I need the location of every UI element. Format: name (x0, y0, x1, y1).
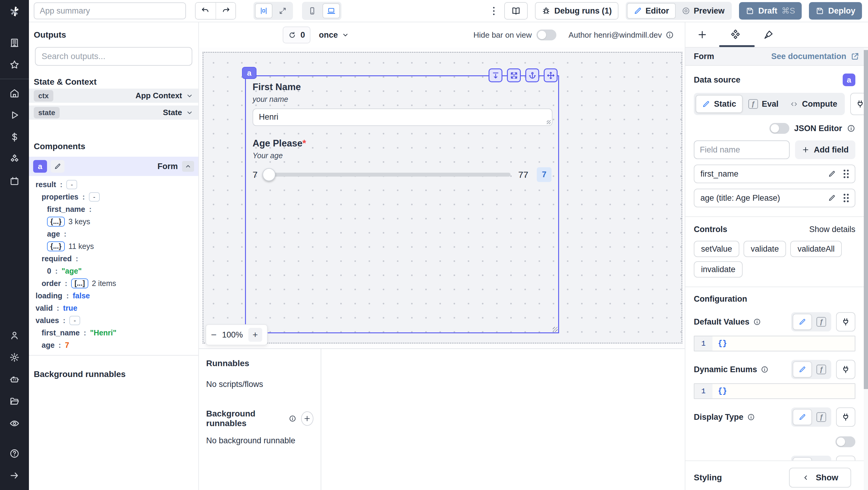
windmill-logo-icon[interactable] (0, 0, 29, 22)
runs-play-icon[interactable] (8, 109, 21, 121)
expand-object-pill[interactable]: {...} (47, 241, 65, 251)
anchor-button[interactable] (525, 68, 539, 82)
connect-plug-button[interactable] (836, 407, 855, 427)
canvas-grid[interactable]: a First Name your name Henri (203, 52, 682, 343)
component-output-tree: result: - properties: - first_name: {...… (29, 176, 198, 356)
schedules-calendar-icon[interactable] (8, 175, 21, 187)
expand-down-button[interactable] (489, 68, 502, 82)
config-dynamic-enums: Dynamic Enums ƒ 1 {} (694, 360, 855, 399)
collapse-component-button[interactable] (182, 161, 194, 172)
state-row[interactable]: state State (29, 105, 198, 121)
dynamic-enums-code-editor[interactable]: 1 {} (694, 383, 855, 399)
desktop-view-button[interactable] (322, 3, 340, 19)
zoom-in-button[interactable]: + (248, 328, 262, 342)
collapse-node-button[interactable]: - (89, 192, 100, 202)
ctx-row[interactable]: ctx App Context (29, 89, 198, 104)
control-validate[interactable]: validate (744, 241, 786, 257)
edit-field-pencil-icon[interactable] (828, 170, 836, 178)
styling-show-button[interactable]: Show (789, 468, 851, 488)
styling-brush-tab[interactable] (762, 28, 775, 41)
static-pencil-button[interactable] (793, 361, 812, 377)
control-validateall[interactable]: validateAll (790, 241, 842, 257)
component-settings-tab[interactable] (729, 28, 742, 41)
refresh-mode-dropdown[interactable]: once (319, 30, 349, 40)
components-diamonds-icon (730, 30, 741, 40)
app-summary-input[interactable] (34, 2, 186, 19)
mobile-view-button[interactable] (304, 3, 321, 19)
zoom-out-button[interactable]: − (211, 329, 217, 340)
help-icon[interactable] (8, 448, 21, 460)
edit-field-pencil-icon[interactable] (828, 194, 836, 202)
json-editor-toggle[interactable] (770, 123, 789, 134)
collapse-arrow-right-icon[interactable] (8, 469, 21, 482)
center-layout-button[interactable] (255, 3, 273, 19)
settings-gear-icon[interactable] (8, 351, 21, 363)
mode-compute[interactable]: Compute (784, 95, 843, 113)
eval-function-button[interactable]: ƒ (813, 409, 830, 425)
slider-thumb[interactable] (262, 168, 276, 181)
folders-icon[interactable] (8, 395, 21, 407)
show-details-link[interactable]: Show details (809, 225, 855, 234)
mode-static[interactable]: Static (695, 95, 743, 113)
canvas-topbar: 0 once Hide bar on view Author henri@win… (199, 22, 685, 48)
add-field-button[interactable]: Add field (795, 141, 855, 159)
insert-component-tab[interactable] (695, 28, 709, 41)
home-icon[interactable] (8, 87, 21, 99)
more-menu-icon[interactable] (491, 7, 497, 15)
control-invalidate[interactable]: invalidate (694, 261, 743, 278)
static-pencil-button[interactable] (793, 314, 812, 330)
field-row-first-name[interactable]: first_name (694, 164, 855, 183)
selected-form-component[interactable]: a First Name your name Henri (245, 75, 559, 333)
drag-handle-icon[interactable] (844, 170, 849, 178)
connect-plug-button[interactable] (836, 360, 855, 379)
variables-dollar-icon[interactable] (8, 131, 21, 143)
user-icon[interactable] (8, 329, 21, 341)
deploy-button[interactable]: Deploy (809, 2, 862, 20)
refresh-icon (288, 31, 296, 39)
fullscreen-layout-button[interactable] (274, 3, 291, 19)
plug-icon (856, 99, 865, 109)
hide-bar-toggle[interactable] (536, 30, 556, 40)
collapse-node-button[interactable]: - (66, 180, 77, 189)
refresh-count-button[interactable]: 0 (283, 27, 310, 43)
workers-robot-icon[interactable] (8, 373, 21, 386)
age-slider[interactable] (264, 173, 510, 177)
field-name-input[interactable] (694, 141, 789, 159)
tab-preview[interactable]: Preview (676, 3, 731, 19)
component-row-a[interactable]: a Form (29, 157, 198, 176)
pencil-icon (54, 163, 61, 170)
undo-button[interactable] (195, 3, 216, 19)
audit-eye-icon[interactable] (8, 417, 21, 429)
draft-button[interactable]: Draft ⌘S (739, 2, 802, 20)
default-values-code-editor[interactable]: 1 {} (694, 336, 855, 351)
favorites-star-icon[interactable] (8, 59, 21, 71)
panel-scrollbar[interactable] (864, 48, 868, 490)
search-outputs-input[interactable] (35, 47, 192, 66)
resources-cubes-icon[interactable] (8, 153, 21, 165)
display-type-toggle[interactable] (835, 436, 855, 447)
mode-eval[interactable]: ƒ Eval (743, 95, 784, 113)
redo-button[interactable] (216, 3, 236, 19)
tab-editor[interactable]: Editor (627, 3, 676, 19)
workspace-building-icon[interactable] (8, 37, 21, 49)
docs-book-button[interactable] (504, 2, 528, 20)
component-id-badge: a (33, 160, 47, 173)
drag-handle-icon[interactable] (844, 194, 849, 202)
static-pencil-button[interactable] (793, 409, 812, 425)
move-button[interactable] (544, 68, 558, 82)
expand-fullwidth-button[interactable] (507, 68, 521, 82)
see-documentation-link[interactable]: See documentation (771, 52, 860, 61)
rename-component-button[interactable] (51, 160, 64, 173)
eval-function-button[interactable]: ƒ (813, 361, 830, 377)
control-setvalue[interactable]: setValue (694, 241, 739, 257)
scrollbar-thumb[interactable] (864, 50, 868, 389)
eval-function-button[interactable]: ƒ (813, 314, 830, 330)
collapse-node-button[interactable]: - (69, 316, 80, 325)
field-row-age[interactable]: age (title: Age Please) (694, 189, 855, 207)
connect-plug-button[interactable] (836, 312, 855, 332)
debug-runs-button[interactable]: Debug runs (1) (535, 2, 618, 20)
add-background-runnable-button[interactable] (301, 411, 313, 426)
first-name-textarea[interactable]: Henri (253, 109, 553, 126)
expand-array-pill[interactable]: [...] (71, 278, 88, 288)
expand-object-pill[interactable]: {...} (47, 217, 65, 226)
